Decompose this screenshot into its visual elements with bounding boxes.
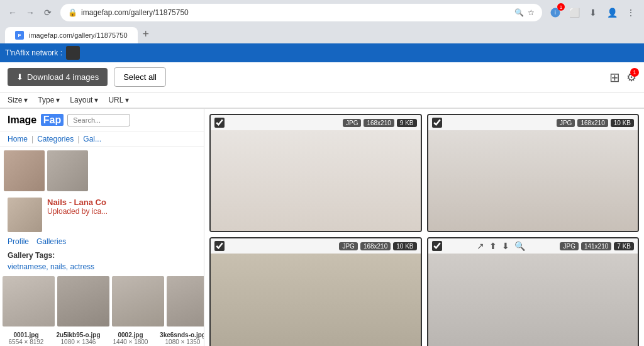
layout-label: Layout — [70, 96, 92, 104]
refresh-button[interactable]: ⟳ — [40, 5, 55, 20]
main-layout: Image Fap Home | Categories | Gal... Nai… — [0, 109, 644, 346]
download-icon[interactable]: ⬇ — [502, 241, 509, 251]
card-4-image[interactable] — [428, 254, 638, 346]
card-2-checkbox[interactable] — [432, 118, 442, 128]
download-button[interactable]: ⬇ Download 4 images — [8, 68, 108, 86]
star-icon: ☆ — [528, 8, 535, 17]
image-grid: JPG 168x210 9 KB https://cdn.imagefap.co… — [204, 109, 644, 346]
browser-controls: ← → ⟳ — [5, 5, 55, 20]
layout-filter[interactable]: Layout ▾ — [70, 96, 98, 104]
download-button[interactable]: ⬇ — [585, 4, 601, 21]
gallery-tags-label: Gallery Tags: — [0, 248, 204, 261]
tab-favicon: F — [15, 31, 24, 40]
card-3-format: JPG — [339, 242, 357, 250]
bottom-info-cards: 0001.jpg 6554 × 8192 < 172 Views > 2u5ik… — [0, 330, 204, 346]
zoom-icon[interactable]: 🔍 — [514, 241, 525, 251]
sidebar-thumb-1[interactable] — [4, 150, 45, 191]
card-3-figure — [211, 254, 421, 346]
lock-icon: 🔒 — [68, 8, 77, 17]
address-bar[interactable]: 🔒 imagefap.com/gallery/11875750 🔍 ☆ — [60, 4, 542, 21]
gallery-links: Profile Galleries — [0, 235, 204, 248]
active-tab[interactable]: F imagefap.com/gallery/11875750 — [5, 27, 138, 43]
sidebar-nav: Home | Categories | Gal... — [0, 132, 204, 147]
card-1-format: JPG — [343, 119, 361, 127]
bottom-thumb-3[interactable] — [112, 276, 164, 326]
extension-badge: 1 — [557, 3, 565, 11]
card-3-size: 10 KB — [393, 242, 416, 250]
card-3-badges: JPG 168x210 10 KB — [339, 242, 416, 250]
gear-container: ⚙ 1 — [626, 70, 636, 84]
grid-view-icon[interactable]: ⊞ — [609, 70, 620, 85]
extension-icon — [66, 46, 80, 60]
size-label: Size — [8, 96, 22, 104]
card-3-checkbox[interactable] — [214, 241, 225, 251]
galleries-link[interactable]: Galleries — [36, 237, 66, 246]
forward-button[interactable]: → — [23, 5, 38, 20]
card-2-format: JPG — [557, 119, 575, 127]
extensions-button[interactable]: i 1 — [547, 4, 564, 21]
card-1-image[interactable] — [211, 130, 421, 231]
new-tab-button[interactable]: + — [138, 25, 155, 43]
card-4-format: JPG — [560, 242, 578, 250]
url-filter[interactable]: URL ▾ — [108, 96, 129, 104]
size-filter[interactable]: Size ▾ — [8, 96, 28, 104]
image-card-4: ↗ ⬆ ⬇ 🔍 JPG 141x210 7 KB — [427, 237, 640, 346]
sidebar-logo: Image Fap — [0, 109, 204, 132]
gallery-main-thumb[interactable] — [8, 198, 42, 232]
search-icon: 🔍 — [514, 8, 524, 17]
type-label: Type — [38, 96, 54, 104]
menu-button[interactable]: ⋮ — [623, 4, 639, 21]
nav-home[interactable]: Home — [8, 135, 28, 143]
nav-galleries[interactable]: Gal... — [83, 135, 101, 143]
card-2-badges: JPG 168x210 10 KB — [557, 119, 634, 127]
website-header: ⬇ Download 4 images Select all ⊞ ⚙ 1 Siz… — [0, 62, 644, 109]
card-2-header: JPG 168x210 10 KB — [428, 115, 638, 130]
profile-link[interactable]: Profile — [8, 237, 29, 246]
logo-image-text: Image Fap — [8, 114, 64, 126]
card-1-url: https://cdn.imagefap.com/images/thumb/11… — [211, 231, 421, 232]
url-text: imagefap.com/gallery/11875750 — [81, 8, 511, 17]
type-filter[interactable]: Type ▾ — [38, 96, 60, 104]
card-1-badges: JPG 168x210 9 KB — [343, 119, 417, 127]
search-input[interactable] — [67, 114, 130, 126]
card-4-actions: ↗ ⬆ ⬇ 🔍 — [473, 241, 529, 251]
url-label: URL — [108, 96, 123, 104]
nav-categories[interactable]: Categories — [37, 135, 74, 143]
layout-chevron-icon: ▾ — [94, 96, 98, 104]
logo-fap-word: Fap — [41, 114, 64, 126]
browser-titlebar: ← → ⟳ 🔒 imagefap.com/gallery/11875750 🔍 … — [0, 0, 644, 25]
bottom-thumbnails-row — [0, 272, 204, 330]
card-3-image[interactable] — [211, 254, 421, 346]
bottom-thumb-1[interactable] — [3, 276, 55, 326]
profile-button[interactable]: 👤 — [604, 4, 620, 21]
sidebar-thumb-2[interactable] — [47, 150, 88, 191]
back-button[interactable]: ← — [5, 5, 20, 20]
card-1-checkbox[interactable] — [214, 118, 225, 128]
image-card-3: JPG 168x210 10 KB — [209, 237, 422, 346]
card-2-image[interactable] — [428, 130, 638, 231]
card-2-size: 10 KB — [611, 119, 634, 127]
card-4-header: ↗ ⬆ ⬇ 🔍 JPG 141x210 7 KB — [428, 238, 638, 254]
card-1-dimensions: 168x210 — [364, 119, 394, 127]
screenshot-button[interactable]: ⬜ — [566, 4, 582, 21]
card-4-dimensions: 141x210 — [581, 242, 611, 250]
tab-title: imagefap.com/gallery/11875750 — [29, 31, 128, 39]
card-4-checkbox[interactable] — [432, 241, 442, 251]
logo-image-word: Image — [8, 114, 36, 125]
card-3-dimensions: 168x210 — [360, 242, 391, 250]
card-3-header: JPG 168x210 10 KB — [211, 238, 421, 254]
card-1-figure — [211, 130, 421, 231]
bottom-thumb-2[interactable] — [57, 276, 109, 326]
gallery-tags: vietnamese, nails, actress — [0, 261, 204, 272]
svg-text:i: i — [555, 10, 556, 16]
card-1-size: 9 KB — [397, 119, 417, 127]
card-2-dimensions: 168x210 — [577, 119, 608, 127]
image-card-2: JPG 168x210 10 KB https://cdn.imagefap.c… — [427, 114, 640, 232]
external-link-icon[interactable]: ↗ — [477, 241, 484, 251]
downloader-toolbar: ⬇ Download 4 images Select all ⊞ ⚙ 1 — [0, 62, 644, 92]
select-all-button[interactable]: Select all — [114, 67, 166, 87]
type-chevron-icon: ▾ — [56, 96, 60, 104]
share-icon[interactable]: ⬆ — [489, 241, 497, 251]
bottom-info-1: 0001.jpg 6554 × 8192 < 172 Views > — [0, 330, 52, 346]
bottom-thumb-4[interactable] — [167, 276, 204, 326]
